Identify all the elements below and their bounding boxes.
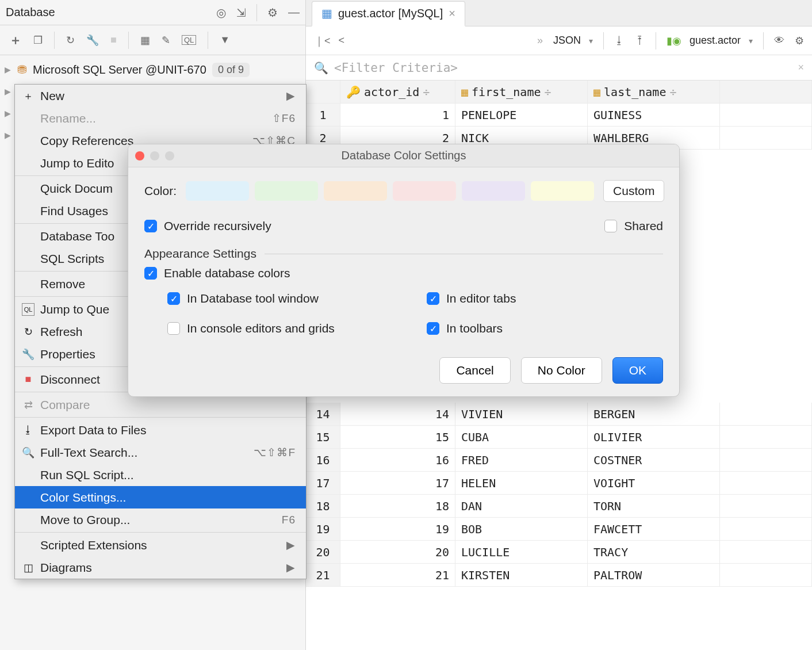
cell-actor-id[interactable]: 19 bbox=[340, 518, 455, 541]
cell-last-name[interactable]: GUINESS bbox=[588, 104, 720, 127]
cell-first-name[interactable]: LUCILLE bbox=[455, 541, 588, 564]
add-icon[interactable]: ＋ bbox=[9, 32, 22, 49]
in-tool-window-checkbox[interactable]: ✓ In Database tool window bbox=[167, 292, 404, 305]
cancel-button[interactable]: Cancel bbox=[439, 357, 510, 384]
dialog-titlebar[interactable]: Database Color Settings bbox=[128, 144, 679, 167]
menu-item-color-settings[interactable]: Color Settings... bbox=[15, 486, 306, 508]
tab-actor[interactable]: ▦ guest.actor [MySQL] × bbox=[312, 1, 465, 26]
cell-overflow[interactable] bbox=[720, 104, 812, 127]
cell-last-name[interactable]: FAWCETT bbox=[588, 518, 720, 541]
cell-last-name[interactable]: VOIGHT bbox=[588, 472, 720, 495]
no-color-button[interactable]: No Color bbox=[521, 357, 602, 384]
ql-console-icon[interactable]: QL bbox=[182, 35, 196, 45]
cell-last-name[interactable]: TRACY bbox=[588, 541, 720, 564]
tree-server-row[interactable]: ▶ ⛃ Microsoft SQL Server @UNIT-670 0 of … bbox=[0, 59, 305, 81]
cell-first-name[interactable]: HELEN bbox=[455, 472, 588, 495]
expand-icon[interactable]: ▶ bbox=[5, 87, 12, 96]
filter-input[interactable]: <Filter Criteria> bbox=[334, 61, 792, 75]
filter-icon[interactable]: ▼ bbox=[220, 34, 230, 46]
expand-icon[interactable]: ▶ bbox=[5, 109, 12, 118]
color-swatch-2[interactable] bbox=[324, 181, 387, 201]
prev-page-icon[interactable]: < bbox=[339, 35, 345, 47]
menu-item-full-text-search[interactable]: 🔍Full-Text Search...⌥⇧⌘F bbox=[15, 441, 306, 464]
cell-overflow[interactable] bbox=[720, 541, 812, 564]
target-icon[interactable]: ◎ bbox=[216, 6, 226, 20]
menu-item-diagrams[interactable]: ◫Diagrams▶ bbox=[15, 556, 306, 579]
table-icon[interactable]: ▦ bbox=[140, 34, 150, 47]
color-swatch-0[interactable] bbox=[186, 181, 249, 201]
color-swatch-3[interactable] bbox=[393, 181, 456, 201]
menu-item-run-sql-script[interactable]: Run SQL Script... bbox=[15, 464, 306, 486]
cell-first-name[interactable]: VIVIEN bbox=[455, 403, 588, 426]
more-icon[interactable]: » bbox=[537, 35, 543, 47]
col-actor-id[interactable]: 🔑actor_id ÷ bbox=[340, 81, 455, 104]
in-console-checkbox[interactable]: In console editors and grids bbox=[167, 322, 404, 335]
custom-color-button[interactable]: Custom bbox=[603, 180, 664, 202]
refresh-icon[interactable]: ↻ bbox=[66, 34, 75, 47]
close-window-icon[interactable] bbox=[135, 151, 144, 160]
sort-icon[interactable]: ÷ bbox=[423, 85, 430, 99]
cell-first-name[interactable]: FRED bbox=[455, 449, 588, 472]
cell-overflow[interactable] bbox=[720, 518, 812, 541]
close-icon[interactable]: × bbox=[449, 7, 455, 20]
eye-icon[interactable]: 👁 bbox=[774, 35, 784, 47]
download-icon[interactable]: ⭳ bbox=[614, 35, 625, 47]
color-swatch-5[interactable] bbox=[531, 181, 594, 201]
cell-overflow[interactable] bbox=[720, 127, 812, 150]
cell-first-name[interactable]: BOB bbox=[455, 518, 588, 541]
duplicate-icon[interactable]: ❐ bbox=[33, 34, 43, 47]
col-first-name[interactable]: ▦first_name ÷ bbox=[455, 81, 588, 104]
cell-overflow[interactable] bbox=[720, 403, 812, 426]
ok-button[interactable]: OK bbox=[612, 357, 663, 384]
expand-icon[interactable]: ▶ bbox=[5, 131, 12, 140]
cell-last-name[interactable]: TORN bbox=[588, 495, 720, 518]
cell-actor-id[interactable]: 18 bbox=[340, 495, 455, 518]
cell-overflow[interactable] bbox=[720, 495, 812, 518]
menu-item-move-to-group[interactable]: Move to Group...F6 bbox=[15, 508, 306, 531]
search-icon[interactable]: 🔍 bbox=[314, 61, 328, 75]
cell-last-name[interactable]: PALTROW bbox=[588, 564, 720, 587]
color-swatch-1[interactable] bbox=[255, 181, 318, 201]
menu-item-export-data-to-files[interactable]: ⭳Export Data to Files bbox=[15, 419, 306, 441]
cell-last-name[interactable]: BERGEN bbox=[588, 403, 720, 426]
gear-icon[interactable]: ⚙ bbox=[795, 35, 804, 47]
wrench-icon[interactable]: 🔧 bbox=[86, 34, 99, 47]
cell-actor-id[interactable]: 16 bbox=[340, 449, 455, 472]
menu-item-new[interactable]: ＋New▶ bbox=[15, 85, 306, 107]
cell-last-name[interactable]: OLIVIER bbox=[588, 426, 720, 449]
cell-overflow[interactable] bbox=[720, 449, 812, 472]
cell-first-name[interactable]: PENELOPE bbox=[455, 104, 588, 127]
cell-actor-id[interactable]: 20 bbox=[340, 541, 455, 564]
first-page-icon[interactable]: ｜< bbox=[314, 34, 331, 48]
minimize-icon[interactable]: — bbox=[288, 6, 300, 19]
cell-overflow[interactable] bbox=[720, 564, 812, 587]
color-swatch-4[interactable] bbox=[462, 181, 525, 201]
datasource-dropdown[interactable]: ▮◉ guest.actor ▾ bbox=[667, 35, 753, 47]
edit-icon[interactable]: ✎ bbox=[162, 34, 170, 47]
menu-item-scripted-extensions[interactable]: Scripted Extensions▶ bbox=[15, 534, 306, 556]
sort-icon[interactable]: ÷ bbox=[669, 85, 676, 99]
shared-checkbox[interactable]: Shared bbox=[604, 219, 663, 233]
cell-last-name[interactable]: COSTNER bbox=[588, 449, 720, 472]
cell-actor-id[interactable]: 17 bbox=[340, 472, 455, 495]
gear-icon[interactable]: ⚙ bbox=[267, 6, 278, 20]
in-toolbars-checkbox[interactable]: ✓ In toolbars bbox=[427, 322, 663, 335]
cell-first-name[interactable]: KIRSTEN bbox=[455, 564, 588, 587]
cell-actor-id[interactable]: 1 bbox=[340, 104, 455, 127]
override-checkbox[interactable]: ✓ Override recursively bbox=[144, 219, 271, 233]
cell-actor-id[interactable]: 15 bbox=[340, 426, 455, 449]
cell-actor-id[interactable]: 14 bbox=[340, 403, 455, 426]
expand-icon[interactable]: ▶ bbox=[5, 65, 12, 74]
col-overflow[interactable] bbox=[720, 81, 812, 104]
sort-icon[interactable]: ÷ bbox=[544, 85, 551, 99]
enable-colors-checkbox[interactable]: ✓ Enable database colors bbox=[144, 266, 663, 280]
dock-icon[interactable]: ⇲ bbox=[236, 6, 246, 20]
clear-filter-icon[interactable]: × bbox=[798, 62, 804, 74]
cell-overflow[interactable] bbox=[720, 426, 812, 449]
col-last-name[interactable]: ▦last_name ÷ bbox=[588, 81, 720, 104]
cell-first-name[interactable]: DAN bbox=[455, 495, 588, 518]
cell-first-name[interactable]: CUBA bbox=[455, 426, 588, 449]
in-editor-tabs-checkbox[interactable]: ✓ In editor tabs bbox=[427, 292, 663, 305]
corner-header[interactable] bbox=[306, 81, 340, 104]
cell-actor-id[interactable]: 21 bbox=[340, 564, 455, 587]
